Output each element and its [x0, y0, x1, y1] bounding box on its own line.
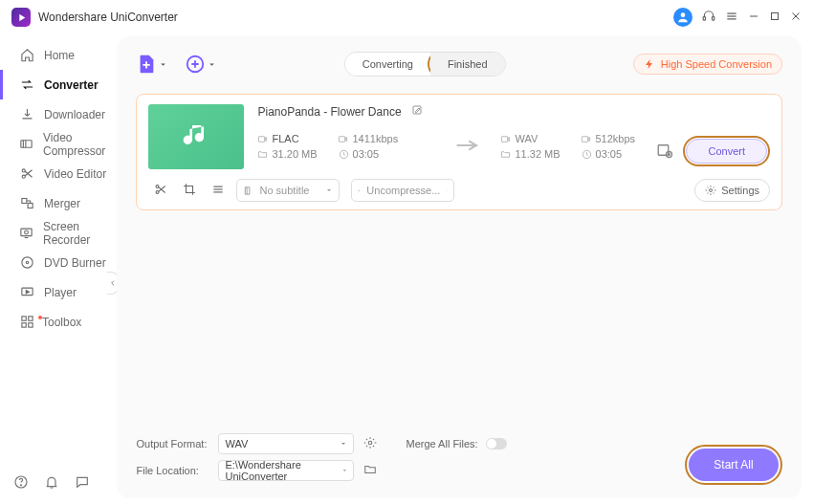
file-card: PianoPanda - Flower Dance FLAC 1411kbps …	[136, 94, 782, 210]
more-options-icon[interactable]	[211, 183, 225, 199]
svg-rect-23	[28, 323, 32, 327]
app-title: Wondershare UniConverter	[38, 11, 178, 24]
trim-icon[interactable]	[154, 183, 167, 199]
svg-rect-32	[582, 136, 588, 142]
subtitle-icon	[243, 186, 253, 196]
svg-point-41	[710, 189, 713, 192]
svg-point-25	[21, 485, 22, 486]
svg-rect-7	[772, 12, 779, 19]
sidebar-item-toolbox[interactable]: Toolbox	[0, 307, 113, 337]
svg-rect-22	[21, 323, 25, 327]
sidebar-item-compressor[interactable]: Video Compressor	[0, 129, 113, 159]
screen-recorder-icon	[19, 226, 33, 241]
hamburger-menu-icon[interactable]	[725, 10, 738, 26]
source-format: FLAC	[272, 133, 298, 144]
sidebar-item-editor[interactable]: Video Editor	[0, 159, 113, 188]
svg-rect-31	[502, 136, 508, 142]
feedback-icon[interactable]	[75, 474, 90, 493]
svg-rect-10	[21, 141, 32, 148]
clock-icon	[582, 149, 592, 160]
compressor-icon	[19, 137, 33, 152]
sidebar-item-player[interactable]: Player	[0, 277, 113, 307]
titlebar: Wondershare UniConverter	[0, 0, 813, 34]
chevron-down-icon	[446, 186, 448, 194]
settings-button[interactable]: Settings	[694, 179, 770, 202]
sidebar: Home Converter Downloader Video Compress…	[0, 34, 113, 504]
svg-rect-28	[259, 136, 265, 142]
converter-icon	[19, 77, 34, 93]
arrow-icon	[456, 137, 483, 157]
svg-rect-2	[713, 16, 714, 19]
notification-icon[interactable]	[44, 474, 59, 493]
merge-toggle[interactable]	[486, 438, 507, 449]
chevron-down-icon	[325, 186, 333, 194]
svg-point-16	[25, 230, 29, 234]
sidebar-item-label: Player	[44, 286, 77, 299]
merge-label: Merge All Files:	[406, 438, 477, 449]
sidebar-item-merger[interactable]: Merger	[0, 188, 113, 218]
target-size: 11.32 MB	[515, 148, 560, 160]
bitrate-icon	[338, 134, 348, 144]
subtitle-dropdown[interactable]: No subtitle	[236, 179, 340, 202]
lightning-icon	[644, 58, 655, 70]
window-minimize-icon[interactable]	[748, 11, 759, 25]
target-format: WAV	[515, 133, 538, 144]
chevron-down-icon	[341, 467, 348, 474]
sidebar-item-downloader[interactable]: Downloader	[0, 99, 113, 129]
target-duration: 03:05	[596, 148, 623, 160]
tab-finished[interactable]: Finished	[430, 53, 505, 76]
file-location-select[interactable]: E:\Wondershare UniConverter	[218, 460, 354, 481]
crop-icon[interactable]	[183, 183, 196, 199]
help-icon[interactable]	[13, 474, 29, 493]
sidebar-item-label: Video Compressor	[43, 131, 113, 158]
sidebar-item-label: Downloader	[44, 108, 105, 121]
sidebar-item-label: Screen Recorder	[43, 220, 113, 247]
sidebar-item-screen-recorder[interactable]: Screen Recorder	[0, 218, 113, 248]
start-all-button[interactable]: Start All	[689, 449, 779, 481]
app-logo	[11, 8, 31, 27]
edit-filename-icon[interactable]	[411, 104, 423, 119]
sidebar-item-home[interactable]: Home	[0, 40, 113, 70]
output-config-icon[interactable]	[656, 142, 673, 162]
window-close-icon[interactable]	[790, 11, 802, 25]
toolbox-icon	[19, 315, 34, 330]
sidebar-item-label: Video Editor	[44, 167, 106, 181]
tab-converting[interactable]: Converting	[345, 53, 430, 76]
home-icon	[19, 48, 34, 63]
svg-point-0	[681, 12, 686, 17]
sidebar-item-label: DVD Burner	[44, 256, 106, 270]
svg-rect-13	[21, 199, 26, 204]
file-location-label: File Location:	[136, 465, 209, 476]
gear-icon	[705, 185, 716, 196]
convert-button[interactable]: Convert	[686, 139, 767, 164]
sidebar-item-label: Toolbox	[42, 316, 81, 329]
svg-rect-14	[28, 204, 33, 208]
support-icon[interactable]	[702, 10, 715, 26]
svg-point-18	[26, 261, 29, 264]
music-note-icon	[181, 121, 211, 152]
account-avatar[interactable]	[673, 8, 692, 27]
svg-point-42	[369, 441, 373, 445]
open-folder-icon[interactable]	[363, 463, 377, 478]
svg-rect-29	[340, 136, 345, 142]
bitrate-icon	[581, 134, 591, 144]
output-format-select[interactable]: WAV	[218, 433, 354, 454]
sidebar-item-dvd[interactable]: DVD Burner	[0, 248, 113, 277]
add-from-source-button[interactable]	[185, 54, 216, 75]
source-bitrate: 1411kbps	[352, 133, 398, 144]
sidebar-item-label: Converter	[44, 78, 99, 92]
high-speed-conversion-badge[interactable]: High Speed Conversion	[633, 54, 782, 75]
sidebar-item-converter[interactable]: Converter	[0, 70, 113, 99]
target-bitrate: 512kbps	[595, 133, 635, 144]
window-maximize-icon[interactable]	[769, 11, 780, 25]
svg-rect-1	[703, 16, 705, 19]
add-file-button[interactable]	[136, 54, 167, 75]
source-duration: 03:05	[353, 148, 380, 160]
audio-dropdown[interactable]: Uncompresse...	[351, 179, 454, 202]
download-icon	[19, 107, 34, 122]
speaker-icon	[358, 186, 361, 196]
format-settings-icon[interactable]	[363, 436, 377, 451]
file-name: PianoPanda - Flower Dance	[257, 105, 401, 119]
video-icon	[257, 134, 268, 144]
scissors-icon	[19, 166, 34, 182]
